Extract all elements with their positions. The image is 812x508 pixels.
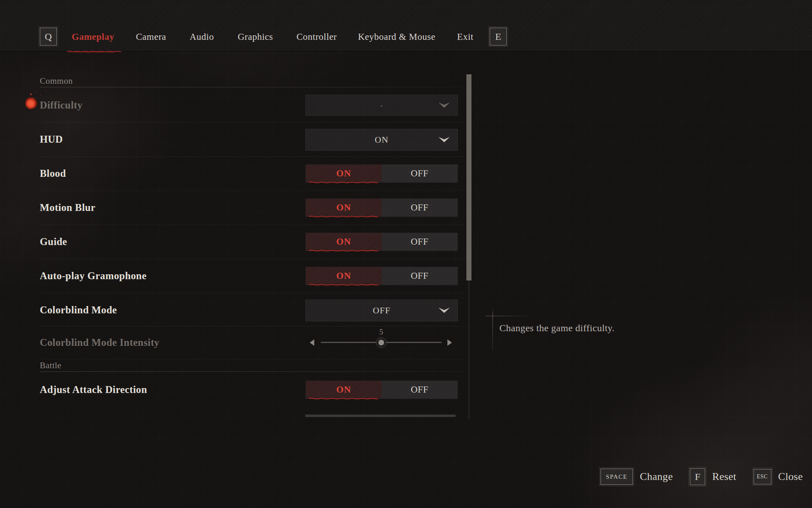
row-divider — [40, 259, 465, 259]
cursor-ember-sparks — [30, 93, 32, 95]
difficulty-label: Difficulty — [40, 99, 82, 111]
section-header-battle: Battle — [40, 360, 61, 371]
description-text: Changes the game difficulty. — [499, 323, 615, 334]
arrow-left-icon[interactable] — [309, 339, 315, 346]
hud-label: HUD — [40, 133, 63, 145]
toggle-on-scribble — [307, 397, 380, 401]
row-divider — [40, 326, 465, 327]
motion-blur-label: Motion Blur — [40, 202, 95, 214]
reset-label: Reset — [712, 471, 736, 483]
adjust-attack-direction-toggle-on[interactable]: ON — [306, 381, 382, 399]
prev-tab-key-badge[interactable]: Q — [40, 28, 57, 46]
footer-actions: SPACE Change F Reset ESC Close — [600, 468, 803, 486]
settings-screen: Q Gameplay Camera Audio Graphics Control… — [0, 0, 812, 508]
row-divider — [40, 122, 465, 123]
arrow-right-icon[interactable] — [447, 339, 453, 346]
tab-camera[interactable]: Camera — [136, 31, 166, 43]
autoplay-gramophone-label: Auto-play Gramophone — [40, 270, 147, 282]
esc-key-label: ESC — [757, 473, 768, 480]
f-key-badge: F — [690, 468, 705, 485]
row-divider — [40, 359, 465, 359]
blood-label: Blood — [40, 167, 66, 180]
tab-exit[interactable]: Exit — [457, 31, 473, 43]
change-label: Change — [640, 471, 673, 483]
blood-toggle-on[interactable]: ON — [306, 165, 382, 182]
autoplay-gramophone-toggle-on[interactable]: ON — [306, 267, 382, 285]
esc-key-badge: ESC — [754, 469, 771, 484]
chevron-down-icon — [438, 307, 450, 314]
chevron-down-icon — [438, 102, 450, 109]
tab-audio[interactable]: Audio — [190, 31, 214, 43]
section-rule — [40, 371, 465, 372]
section-rule — [40, 87, 465, 87]
motion-blur-toggle-on[interactable]: ON — [306, 199, 382, 217]
row-divider — [40, 225, 465, 225]
adjust-attack-direction-toggle-off[interactable]: OFF — [382, 381, 458, 399]
prev-tab-key-label: Q — [45, 31, 52, 42]
guide-label: Guide — [40, 236, 67, 248]
space-key-label: SPACE — [606, 473, 628, 480]
tab-graphics[interactable]: Graphics — [238, 31, 273, 43]
section-header-common: Common — [40, 76, 73, 86]
colorblind-intensity-slider-knob[interactable] — [376, 337, 387, 348]
space-key-badge: SPACE — [600, 469, 633, 485]
diagonal-texture-overlay — [0, 0, 812, 508]
toggle-on-scribble — [307, 215, 380, 219]
change-action[interactable]: SPACE Change — [600, 469, 673, 485]
chevron-down-icon — [438, 137, 450, 143]
toggle-on-scribble — [307, 283, 380, 287]
toggle-on-scribble — [307, 249, 380, 253]
close-action[interactable]: ESC Close — [754, 469, 803, 484]
scrollbar-track[interactable] — [469, 280, 469, 419]
close-label: Close — [778, 471, 803, 483]
difficulty-value: - — [306, 95, 458, 115]
autoplay-gramophone-toggle-off[interactable]: OFF — [382, 267, 458, 285]
colorblind-mode-value: OFF — [306, 300, 458, 321]
description-vertical-rule — [492, 308, 493, 351]
colorblind-intensity-label: Colorblind Mode Intensity — [40, 336, 160, 349]
guide-toggle-on[interactable]: ON — [306, 233, 382, 251]
hud-dropdown[interactable]: ON — [305, 129, 458, 151]
difficulty-dropdown[interactable]: - — [305, 95, 458, 116]
grid-texture-overlay — [0, 0, 812, 508]
reset-action[interactable]: F Reset — [690, 468, 736, 485]
adjust-attack-direction-label: Adjust Attack Direction — [40, 384, 147, 396]
colorblind-intensity-value: 5 — [376, 328, 387, 336]
row-divider — [40, 191, 465, 191]
guide-toggle-off[interactable]: OFF — [382, 233, 458, 251]
blood-toggle-off[interactable]: OFF — [382, 165, 458, 182]
next-tab-key-label: E — [495, 31, 501, 42]
cursor-ember-icon — [24, 96, 39, 110]
motion-blur-toggle-off[interactable]: OFF — [382, 199, 458, 217]
tab-gameplay[interactable]: Gameplay — [72, 31, 114, 43]
next-tab-key-badge[interactable]: E — [490, 28, 507, 46]
colorblind-mode-dropdown[interactable]: OFF — [305, 300, 458, 321]
f-key-label: F — [695, 471, 700, 482]
description-horizontal-rule — [486, 316, 529, 316]
next-row-control-partial — [305, 415, 456, 417]
row-divider — [40, 156, 465, 157]
toggle-on-scribble — [307, 180, 380, 185]
row-divider — [40, 293, 465, 293]
active-tab-underline-scribble — [66, 49, 123, 54]
tab-keyboard-mouse[interactable]: Keyboard & Mouse — [358, 31, 436, 43]
tab-bar — [0, 0, 812, 52]
colorblind-mode-label: Colorblind Mode — [40, 304, 117, 316]
scrollbar-thumb[interactable] — [466, 74, 471, 280]
tab-controller[interactable]: Controller — [296, 31, 337, 43]
hud-value: ON — [306, 129, 458, 150]
